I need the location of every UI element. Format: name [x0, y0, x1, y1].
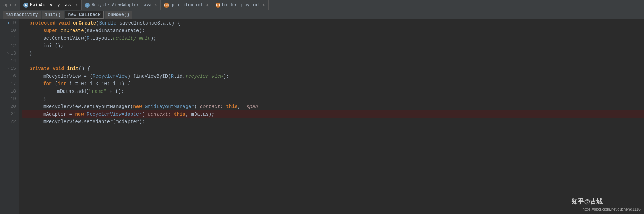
line-num-21: 21: [0, 110, 19, 118]
code-line-16: mRecyclerView = (RecyclerView) findViewB…: [22, 72, 644, 80]
tab-border-gray-close[interactable]: ×: [263, 3, 265, 7]
line-num-label-22: 22: [10, 118, 16, 126]
watermark-url: https://blog.csdn.net/gucheng3116: [583, 207, 641, 211]
code-line-9: protected void onCreate(Bundle savedInst…: [22, 19, 644, 27]
line-num-label-12: 12: [10, 42, 16, 50]
breadcrumb-on-move-label: onMove(): [108, 12, 129, 17]
code-line-22: mRecyclerView.setAdapter(mAdapter);: [22, 118, 644, 126]
watermark-label: 知乎@古城: [571, 197, 603, 206]
tab-border-gray-label: border_gray.xml: [222, 3, 259, 8]
xml-icon-1: </>: [164, 3, 169, 8]
line-num-label-16: 16: [10, 72, 16, 80]
line-numbers: ●→ 9 10 11 12 ▷ 13 14 ▷ 15 16 17 18 19 2…: [0, 19, 19, 214]
line-num-label-14: 14: [10, 57, 16, 65]
line-num-label-21: 21: [10, 110, 16, 118]
tab-recycler-adapter-label: RecyclerViewAdapter.java: [92, 3, 151, 8]
fold-icon-15: ▷: [7, 65, 9, 72]
tab-grid-item-label: grid_item.xml: [171, 3, 203, 8]
line-num-label-20: 20: [10, 103, 16, 110]
tab-bar: app × C MainActivity.java × C RecyclerVi…: [0, 0, 644, 10]
tab-app-close[interactable]: ×: [14, 3, 17, 7]
java-icon-1: C: [23, 3, 28, 8]
line-num-11: 11: [0, 35, 19, 42]
line-num-14: 14: [0, 57, 19, 65]
editor: ●→ 9 10 11 12 ▷ 13 14 ▷ 15 16 17 18 19 2…: [0, 19, 644, 214]
line-num-label-18: 18: [10, 88, 16, 95]
line-num-20: 20: [0, 103, 19, 110]
fold-icon-13: ▷: [7, 50, 9, 57]
line-num-10: 10: [0, 27, 19, 35]
xml-icon-2: </>: [216, 3, 220, 8]
line-num-13: ▷ 13: [0, 50, 19, 57]
code-line-17: for (int i = 0; i < 10; i++) {: [22, 80, 644, 88]
arrow-icon-9: ●→: [7, 19, 12, 27]
code-line-14: [22, 57, 644, 65]
line-num-label-13: 13: [10, 50, 16, 57]
line-num-22: 22: [0, 118, 19, 126]
breadcrumb-init[interactable]: init(): [42, 11, 64, 19]
line-num-12: 12: [0, 42, 19, 50]
code-line-12: init();: [22, 42, 644, 50]
java-icon-2: C: [85, 3, 90, 8]
line-num-label-17: 17: [10, 80, 16, 88]
code-line-13: }: [22, 50, 644, 57]
breadcrumb-main-activity[interactable]: MainActivity: [3, 11, 41, 19]
breadcrumb-init-label: init(): [45, 12, 61, 17]
breadcrumb-main-activity-label: MainActivity: [6, 12, 38, 17]
tab-grid-item[interactable]: </> grid_item.xml ×: [161, 0, 212, 10]
line-num-9: ●→ 9: [0, 19, 19, 27]
tab-main-activity-label: MainActivity.java: [30, 3, 72, 8]
tab-app[interactable]: app ×: [0, 0, 20, 10]
line-num-18: 18: [0, 88, 19, 95]
line-num-15: ▷ 15: [0, 65, 19, 72]
line-num-label-9: 9: [13, 19, 16, 27]
tab-app-label: app: [3, 3, 11, 8]
tab-grid-item-close[interactable]: ×: [206, 3, 208, 7]
line-num-label-19: 19: [10, 95, 16, 103]
tab-border-gray[interactable]: </> border_gray.xml ×: [212, 0, 269, 10]
code-area[interactable]: protected void onCreate(Bundle savedInst…: [19, 19, 644, 214]
breadcrumb-on-move[interactable]: onMove(): [105, 11, 132, 19]
code-line-15: private void init() {: [22, 65, 644, 72]
code-line-10: super.onCreate(savedInstanceState);: [22, 27, 644, 35]
code-line-20: mRecyclerView.setLayoutManager(new GridL…: [22, 103, 644, 110]
breadcrumb-new-callback[interactable]: new Callback: [65, 11, 104, 19]
code-line-18: mDatas.add("name" + i);: [22, 88, 644, 95]
tab-main-activity-close[interactable]: ×: [76, 3, 78, 7]
tab-main-activity[interactable]: C MainActivity.java ×: [20, 0, 82, 10]
code-line-21: mAdapter = new RecyclerViewAdapter( cont…: [22, 110, 644, 118]
tab-recycler-adapter[interactable]: C RecyclerViewAdapter.java ×: [82, 0, 160, 10]
line-num-17: 17: [0, 80, 19, 88]
code-line-11: setContentView(R.layout.activity_main);: [22, 35, 644, 42]
line-num-label-11: 11: [10, 35, 16, 42]
line-num-label-10: 10: [10, 27, 16, 35]
line-num-label-15: 15: [10, 65, 16, 72]
breadcrumb-bar: MainActivity init() new Callback onMove(…: [0, 10, 644, 19]
breadcrumb-new-callback-label: new Callback: [68, 12, 101, 17]
line-num-16: 16: [0, 72, 19, 80]
tab-recycler-adapter-close[interactable]: ×: [154, 3, 157, 7]
line-num-19: 19: [0, 95, 19, 103]
code-line-19: }: [22, 95, 644, 103]
